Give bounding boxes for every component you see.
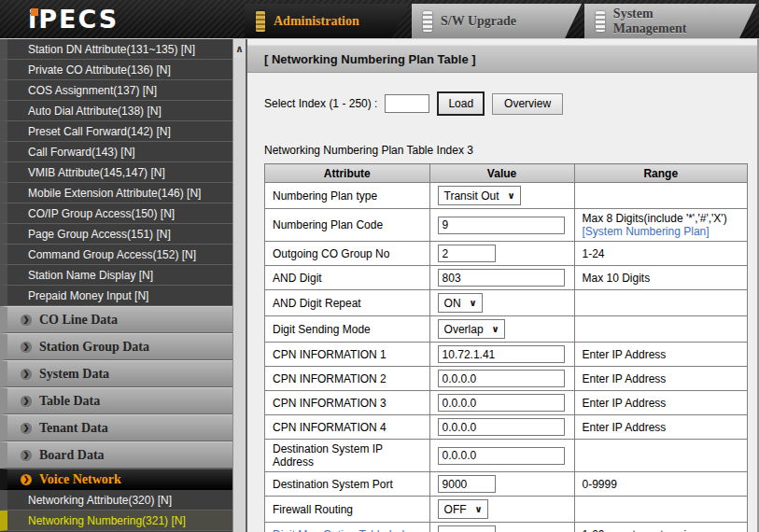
range-cell [574,290,747,316]
page-title: [ Networking Numbering Plan Table ] [247,45,757,73]
tab-s-w-upgrade[interactable]: S/W Upgrade [412,4,582,38]
value-cell [429,343,574,367]
table-row: Digit Map Option Table Index1-20, empty=… [265,523,748,532]
sidebar-category-co-line-data[interactable]: ❯CO Line Data [0,306,232,333]
attribute-label: AND Digit [273,272,322,285]
attribute-cell: Firewall Routing [265,497,430,523]
and-digit-repeat-select[interactable]: ON∨ [438,293,483,313]
sidebar-item-station-dn-attribute-131-135-n[interactable]: Station DN Attribute(131~135) [N] [0,39,232,60]
table-header-row: AttributeValueRange [265,164,748,183]
sidebar-label: VMIB Attribute(145,147) [N] [28,166,165,179]
attribute-label: Outgoing CO Group No [273,247,389,260]
firewall-routing-select[interactable]: OFF∨ [438,499,488,519]
sidebar-item-prepaid-money-input-n[interactable]: Prepaid Money Input [N] [0,286,232,306]
sidebar-label: CO/IP Group Access(150) [N] [28,207,175,220]
sidebar-label: Station DN Attribute(131~135) [N] [28,43,195,56]
sidebar-item-auto-dial-attribute-138-n[interactable]: Auto Dial Attribute(138) [N] [0,101,232,121]
range-text: 1-20, empty=not assign [583,528,743,532]
sidebar-item-co-ip-group-access-150-n[interactable]: CO/IP Group Access(150) [N] [0,203,232,224]
table-row: AND DigitMax 10 Digits [265,266,748,290]
logo-dot [31,8,38,16]
table-row: CPN INFORMATION 1Enter IP Address [265,343,748,367]
and-digit-input[interactable] [438,269,565,287]
sidebar-item-preset-call-forward-142-n[interactable]: Preset Call Forward(142) [N] [0,121,232,142]
cpn-information-4-input[interactable] [438,418,565,436]
cpn-information-1-input[interactable] [438,345,565,363]
sidebar-scrollbar[interactable]: ∧ [232,39,246,532]
sidebar-category-tenant-data[interactable]: ❯Tenant Data [0,414,232,441]
sidebar-label: Table Data [39,394,100,409]
sidebar-label: Station Name Display [N] [28,269,153,282]
range-cell [574,316,747,343]
sidebar-label: Networking Numbering(321) [N] [28,514,186,527]
value-cell [429,523,574,532]
sidebar-item-networking-attribute-320-n[interactable]: Networking Attribute(320) [N] [0,490,232,511]
attribute-label: Numbering Plan Code [273,218,383,231]
system-numbering-plan-link[interactable]: [System Numbering Plan] [583,225,743,238]
top-bar: iPECS AdministrationS/W UpgradeSystem Ma… [0,0,759,39]
sidebar-category-station-group-data[interactable]: ❯Station Group Data [0,333,232,360]
tab-bar: AdministrationS/W UpgradeSystem Manageme… [245,4,756,38]
sidebar-item-command-group-access-152-n[interactable]: Command Group Access(152) [N] [0,245,232,265]
logo-text: iPECS [28,5,119,34]
value-cell [429,266,574,290]
sidebar-item-vmib-attribute-145-147-n[interactable]: VMIB Attribute(145,147) [N] [0,162,232,183]
tab-label: Administration [274,14,359,29]
attribute-label: CPN INFORMATION 2 [273,372,387,385]
sidebar-item-private-co-attribute-136-n[interactable]: Private CO Attribute(136) [N] [0,60,232,80]
ledger-icon [256,11,265,32]
sidebar-label: Auto Dial Attribute(138) [N] [28,105,162,118]
sidebar-item-page-group-access-151-n[interactable]: Page Group Access(151) [N] [0,224,232,245]
destination-system-ip-address-input[interactable] [438,447,565,465]
range-cell: Max 8 Digits(include '*','#','X')[System… [574,209,747,242]
cpn-information-3-input[interactable] [438,394,565,412]
range-text: Max 10 Digits [583,272,743,285]
digit-sending-mode-select[interactable]: Overlap∨ [438,319,505,339]
digit-map-option-table-index-link[interactable]: Digit Map Option Table Index [273,528,416,532]
attribute-cell: Destination System Port [265,472,430,497]
sidebar: Station DN Attribute(131~135) [N]Private… [0,39,232,532]
main-layout: Station DN Attribute(131~135) [N]Private… [0,39,759,532]
tab-administration[interactable]: Administration [245,4,409,38]
sidebar-category-system-data[interactable]: ❯System Data [0,360,232,387]
value-cell [429,440,574,472]
sidebar-item-mobile-extension-attribute-146-n[interactable]: Mobile Extension Attribute(146) [N] [0,183,232,203]
select-value: Transit Out [444,189,499,203]
sidebar-item-networking-numbering-321-n[interactable]: Networking Numbering(321) [N] [0,511,232,531]
outgoing-co-group-no-input[interactable] [438,245,496,262]
ipecs-logo: iPECS [28,6,119,34]
column-header-range: Range [574,164,747,183]
attribute-cell: Digit Sending Mode [265,316,430,343]
attribute-cell: Destination System IP Address [265,440,430,472]
numbering-plan-type-select[interactable]: Transit Out∨ [438,186,521,205]
scroll-up-button[interactable]: ∧ [233,39,246,58]
attribute-label: CPN INFORMATION 3 [273,397,387,410]
attribute-cell: AND Digit [265,266,430,290]
app-window: iPECS AdministrationS/W UpgradeSystem Ma… [0,0,759,532]
sidebar-category-board-data[interactable]: ❯Board Data [0,441,232,469]
range-cell [574,440,747,472]
tab-system-management[interactable]: System Management [584,4,756,38]
sidebar-label: Prepaid Money Input [N] [28,289,148,302]
sidebar-item-station-name-display-n[interactable]: Station Name Display [N] [0,265,232,286]
select-value: OFF [444,503,467,516]
digit-map-option-table-index-input[interactable] [438,525,496,532]
sidebar-label: Preset Call Forward(142) [N] [28,125,171,138]
sidebar-category-table-data[interactable]: ❯Table Data [0,387,232,414]
sidebar-item-call-forward-143-n[interactable]: Call Forward(143) [N] [0,142,232,162]
ledger-icon [596,11,605,32]
select-index-input[interactable] [385,94,429,113]
chevron-right-circle-icon: ❯ [21,342,32,353]
sidebar-label: Command Group Access(152) [N] [28,248,196,261]
overview-button[interactable]: Overview [492,93,563,115]
sidebar-item-cos-assignment-137-n[interactable]: COS Assignment(137) [N] [0,80,232,101]
select-index-label: Select Index (1 - 250) : [264,97,377,110]
load-button[interactable]: Load [437,91,485,116]
destination-system-port-input[interactable] [438,475,496,493]
cpn-information-2-input[interactable] [438,370,565,387]
sidebar-category-voice-network[interactable]: ❯Voice Network [0,469,232,490]
attribute-label: Numbering Plan type [273,189,377,203]
numbering-plan-code-input[interactable] [438,217,565,234]
chevron-down-icon: ∨ [507,190,514,201]
range-cell [574,183,747,209]
